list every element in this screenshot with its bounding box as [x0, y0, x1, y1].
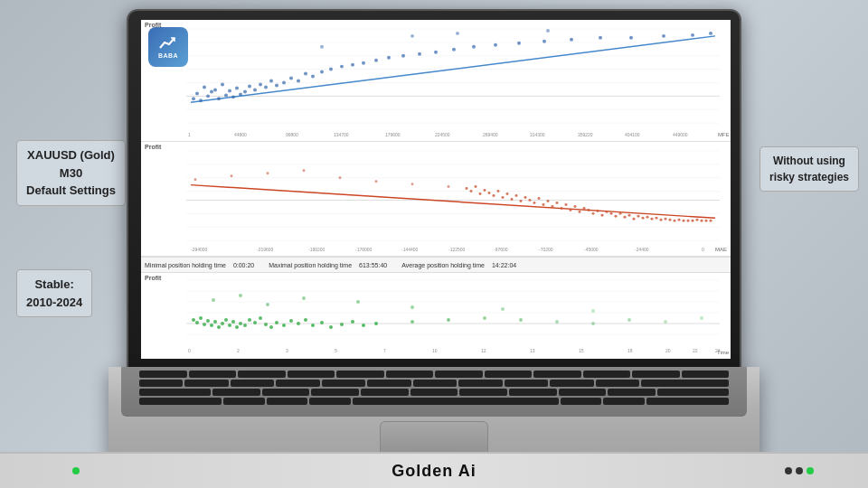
- svg-point-105: [574, 205, 577, 208]
- shift-key[interactable]: [139, 398, 222, 405]
- svg-text:449000: 449000: [673, 132, 688, 137]
- svg-point-189: [329, 325, 333, 329]
- svg-point-115: [619, 212, 622, 215]
- right-info-label: Without using risky strategies: [760, 146, 859, 192]
- key[interactable]: [223, 398, 265, 405]
- key[interactable]: [485, 371, 533, 378]
- key[interactable]: [458, 380, 502, 387]
- svg-point-187: [311, 324, 315, 327]
- key[interactable]: [505, 380, 548, 387]
- svg-point-96: [533, 202, 536, 204]
- svg-point-43: [418, 52, 421, 56]
- key[interactable]: [139, 389, 211, 396]
- key[interactable]: [413, 380, 457, 387]
- key[interactable]: [596, 380, 639, 387]
- svg-text:22: 22: [693, 348, 698, 353]
- svg-point-136: [194, 178, 197, 181]
- svg-point-116: [624, 216, 627, 219]
- svg-point-92: [515, 194, 518, 197]
- svg-point-191: [351, 320, 354, 324]
- chart2-svg: MAE -294000 -219600 -190200 -170000 -144…: [141, 142, 731, 256]
- svg-point-202: [700, 316, 703, 320]
- svg-point-30: [282, 80, 286, 84]
- key[interactable]: [361, 389, 409, 396]
- key[interactable]: [459, 389, 507, 396]
- svg-point-88: [497, 190, 500, 192]
- key[interactable]: [641, 380, 729, 387]
- key[interactable]: [139, 380, 183, 387]
- key[interactable]: [189, 371, 237, 378]
- key[interactable]: [646, 398, 729, 405]
- svg-point-98: [542, 203, 545, 206]
- svg-point-40: [374, 59, 378, 62]
- chart2-label: Profit: [145, 144, 161, 150]
- bottom-dots-right: [785, 467, 814, 474]
- key[interactable]: [212, 389, 260, 396]
- key[interactable]: [632, 371, 680, 378]
- svg-point-51: [599, 36, 602, 40]
- strategy-label-line2: risky strategies: [769, 171, 849, 183]
- key[interactable]: [410, 389, 458, 396]
- svg-point-33: [304, 72, 307, 76]
- chart3-svg: Time (days) 0 2 3 5 7 10 12 13 15 18 20: [141, 273, 731, 359]
- key[interactable]: [262, 389, 310, 396]
- svg-text:-122500: -122500: [448, 247, 466, 252]
- stable-label: Stable:: [34, 277, 73, 291]
- svg-point-97: [538, 197, 541, 200]
- key[interactable]: [559, 389, 607, 396]
- left-info-label2: Stable: 2010-2024: [16, 269, 92, 317]
- key[interactable]: [608, 389, 656, 396]
- key[interactable]: [322, 380, 365, 387]
- key[interactable]: [139, 371, 187, 378]
- key[interactable]: [657, 389, 729, 396]
- svg-point-59: [546, 29, 550, 33]
- svg-point-112: [606, 211, 609, 213]
- min-hold-value: 0:00:20: [233, 262, 254, 268]
- key[interactable]: [386, 371, 434, 378]
- key[interactable]: [533, 371, 581, 378]
- bottom-title: Golden Ai: [392, 462, 476, 481]
- key[interactable]: [267, 398, 308, 405]
- chart2-area: Profit: [141, 142, 731, 257]
- svg-text:3: 3: [286, 348, 288, 353]
- svg-point-139: [303, 169, 306, 172]
- bottom-bar: Golden Ai: [0, 452, 868, 488]
- avg-hold-value: 14:22:04: [492, 262, 516, 268]
- svg-point-180: [264, 323, 268, 326]
- key[interactable]: [184, 380, 228, 387]
- key[interactable]: [231, 380, 274, 387]
- svg-point-110: [597, 210, 599, 212]
- svg-point-125: [665, 218, 667, 221]
- key[interactable]: [603, 398, 645, 405]
- symbol-label: XAUUSD (Gold): [27, 148, 115, 162]
- svg-point-182: [275, 321, 278, 324]
- svg-point-124: [660, 219, 663, 221]
- svg-point-140: [339, 176, 342, 179]
- space-key[interactable]: [353, 398, 559, 405]
- svg-point-137: [231, 174, 233, 177]
- key[interactable]: [238, 371, 286, 378]
- svg-point-207: [356, 300, 360, 304]
- key[interactable]: [435, 371, 483, 378]
- svg-point-81: [466, 187, 468, 190]
- key[interactable]: [336, 371, 384, 378]
- key[interactable]: [311, 389, 359, 396]
- key[interactable]: [367, 380, 410, 387]
- key[interactable]: [276, 380, 319, 387]
- key[interactable]: [682, 371, 730, 378]
- keyboard-deck: [121, 367, 747, 417]
- svg-point-90: [506, 192, 509, 195]
- key[interactable]: [288, 371, 335, 378]
- svg-point-107: [583, 207, 586, 210]
- key[interactable]: [583, 371, 631, 378]
- key[interactable]: [509, 389, 557, 396]
- svg-point-53: [662, 34, 665, 38]
- svg-point-172: [228, 324, 231, 327]
- key[interactable]: [550, 380, 593, 387]
- svg-point-135: [710, 220, 712, 222]
- chart-info-bar: Minimal position holding time 0:00:20 Ma…: [141, 257, 731, 273]
- key[interactable]: [561, 398, 602, 405]
- svg-point-142: [411, 183, 414, 185]
- svg-point-120: [642, 217, 645, 220]
- key[interactable]: [309, 398, 351, 405]
